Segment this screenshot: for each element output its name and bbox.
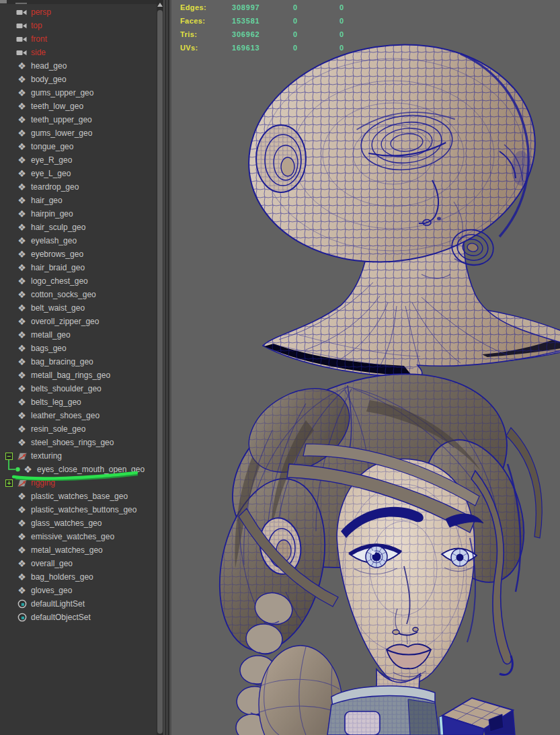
hud-label: Faces: <box>180 17 205 25</box>
outliner-item-glass_watches_geo[interactable]: ❖glass_watches_geo <box>0 516 163 530</box>
outliner-item-belt_waist_geo[interactable]: ❖belt_waist_geo <box>0 301 163 315</box>
hud-value: 153581 <box>232 17 260 25</box>
head-wireframe-grid <box>225 34 560 390</box>
outliner-item-label: bags_geo <box>31 344 67 353</box>
outliner-item-defaultObjectSet[interactable]: defaultObjectSet <box>0 611 163 624</box>
girl-head-wireframe-model[interactable] <box>205 341 543 735</box>
outliner-item-persp[interactable]: persp <box>0 5 163 19</box>
set-icon <box>16 599 28 609</box>
camera-icon <box>16 9 28 16</box>
outliner-item-bag_holders_geo[interactable]: ❖bag_holders_geo <box>0 570 163 584</box>
scroll-up-arrow[interactable] <box>157 3 163 7</box>
expand-box[interactable]: + <box>5 479 13 487</box>
outliner-item-label: gums_lower_geo <box>31 128 92 138</box>
mesh-icon: ❖ <box>16 61 28 71</box>
bald-head-wireframe-model[interactable] <box>225 24 560 390</box>
mesh-icon: ❖ <box>16 505 28 514</box>
outliner-item-tongue_geo[interactable]: ❖tongue_geo <box>0 140 163 153</box>
outliner-item-cotton_socks_geo[interactable]: ❖cotton_socks_geo <box>0 288 163 301</box>
outliner-menu-remnant <box>0 0 7 3</box>
outliner-item-texturing[interactable]: −texturing <box>0 449 163 463</box>
outliner-item-metal_watches_geo[interactable]: ❖metal_watches_geo <box>0 543 163 557</box>
hud-value: 306962 <box>232 30 260 38</box>
mesh-icon: ❖ <box>16 518 28 528</box>
outliner-item-eye_L_geo[interactable]: ❖eye_L_geo <box>0 167 163 180</box>
outliner-item-gums_upper_geo[interactable]: ❖gums_upper_geo <box>0 86 163 100</box>
mesh-icon: ❖ <box>16 115 28 124</box>
outliner-item-label: belts_leg_geo <box>31 397 81 407</box>
outliner-item-hair_braid_geo[interactable]: ❖hair_braid_geo <box>0 261 163 274</box>
scrollbar-thumb[interactable] <box>157 10 163 734</box>
outliner-item-label: resin_sole_geo <box>31 424 85 434</box>
outliner-item-belts_shoulder_geo[interactable]: ❖belts_shoulder_geo <box>0 382 163 395</box>
outliner-item-plastic_watches_buttons_geo[interactable]: ❖plastic_watches_buttons_geo <box>0 503 163 516</box>
outliner-item-eye_R_geo[interactable]: ❖eye_R_geo <box>0 153 163 167</box>
hud-value: 0 <box>339 30 344 38</box>
outliner-item-front[interactable]: front <box>0 32 163 46</box>
mesh-icon: ❖ <box>16 128 28 138</box>
outliner-item-rigging[interactable]: +rigging <box>0 476 163 490</box>
outliner-item-overall_geo[interactable]: ❖overall_geo <box>0 557 163 570</box>
outliner-item-overoll_zipper_geo[interactable]: ❖overoll_zipper_geo <box>0 315 163 328</box>
outliner-item-resin_sole_geo[interactable]: ❖resin_sole_geo <box>0 422 163 436</box>
outliner-item-hair_sculp_geo[interactable]: ❖hair_sculp_geo <box>0 221 163 234</box>
outliner-item-gloves_geo[interactable]: ❖gloves_geo <box>0 584 163 597</box>
outliner-item-metall_geo[interactable]: ❖metall_geo <box>0 328 163 342</box>
camera-icon <box>16 22 28 30</box>
outliner-item-metall_bag_rings_geo[interactable]: ❖metall_bag_rings_geo <box>0 369 163 382</box>
outliner-item-defaultLightSet[interactable]: defaultLightSet <box>0 597 163 611</box>
outliner-item-label: overall_geo <box>31 559 73 568</box>
outliner-item-body_geo[interactable]: ❖body_geo <box>0 73 163 86</box>
mesh-icon: ❖ <box>16 424 28 434</box>
outliner-scrollbar[interactable] <box>157 0 163 735</box>
outliner-item-teeth_upper_geo[interactable]: ❖teeth_upper_geo <box>0 113 163 126</box>
outliner-item-top[interactable]: top <box>0 19 163 32</box>
outliner-item-label: head_geo <box>31 61 67 71</box>
outliner-item-eyelash_geo[interactable]: ❖eyelash_geo <box>0 234 163 247</box>
mesh-icon: ❖ <box>16 371 28 380</box>
camera-icon <box>16 49 28 56</box>
outliner-item-plastic_watches_base_geo[interactable]: ❖plastic_watches_base_geo <box>0 490 163 503</box>
mesh-icon: ❖ <box>22 465 34 474</box>
outliner-item-label: teardrop_geo <box>31 182 79 192</box>
outliner-menu-dash <box>15 3 27 4</box>
outliner-item-label: gums_upper_geo <box>31 88 93 98</box>
outliner-item-eyebrows_geo[interactable]: ❖eyebrows_geo <box>0 247 163 261</box>
outliner-item-hairpin_geo[interactable]: ❖hairpin_geo <box>0 207 163 221</box>
viewport-canvas[interactable] <box>171 0 560 735</box>
outliner-item-label: hairpin_geo <box>31 209 73 219</box>
outliner-item-hair_geo[interactable]: ❖hair_geo <box>0 194 163 207</box>
outliner-item-bag_bracing_geo[interactable]: ❖bag_bracing_geo <box>0 355 163 369</box>
outliner-item-eyes_close_mouth_open_geo[interactable]: ❖eyes_close_mouth_open_geo <box>0 463 163 476</box>
mesh-icon: ❖ <box>16 223 28 232</box>
outliner-item-label: plastic_watches_base_geo <box>31 492 128 501</box>
outliner-item-bags_geo[interactable]: ❖bags_geo <box>0 342 163 355</box>
outliner-item-label: hair_braid_geo <box>31 263 85 272</box>
collar <box>327 686 439 735</box>
outliner-item-emissive_watches_geo[interactable]: ❖emissive_watches_geo <box>0 530 163 543</box>
outliner-item-label: leather_shoes_geo <box>31 411 99 420</box>
outliner-item-head_geo[interactable]: ❖head_geo <box>0 59 163 73</box>
mesh-icon: ❖ <box>16 196 28 205</box>
outliner-item-leather_shoes_geo[interactable]: ❖leather_shoes_geo <box>0 409 163 422</box>
hud-value: 0 <box>339 3 344 11</box>
outliner-item-label: belts_shoulder_geo <box>31 384 102 393</box>
outliner-item-teeth_low_geo[interactable]: ❖teeth_low_geo <box>0 100 163 113</box>
outliner-item-belts_leg_geo[interactable]: ❖belts_leg_geo <box>0 395 163 409</box>
panel-splitter[interactable] <box>163 0 171 735</box>
hud-label: UVs: <box>180 44 198 52</box>
outliner-item-gums_lower_geo[interactable]: ❖gums_lower_geo <box>0 126 163 140</box>
outliner-panel: persptopfrontside❖head_geo❖body_geo❖gums… <box>0 0 163 735</box>
mesh-icon: ❖ <box>16 559 28 568</box>
outliner-item-side[interactable]: side <box>0 46 163 59</box>
outliner-item-label: side <box>31 48 46 57</box>
outliner-item-logo_chest_geo[interactable]: ❖logo_chest_geo <box>0 274 163 288</box>
outliner-item-label: eyebrows_geo <box>31 249 83 259</box>
mesh-icon: ❖ <box>16 438 28 447</box>
outliner-item-teardrop_geo[interactable]: ❖teardrop_geo <box>0 180 163 194</box>
outliner-item-label: defaultObjectSet <box>31 613 91 622</box>
viewport-panel[interactable]: Edges:30899700Faces:15358100Tris:3069620… <box>171 0 560 735</box>
collapse-box[interactable]: − <box>5 453 13 460</box>
mesh-icon: ❖ <box>16 411 28 420</box>
outliner-item-steel_shoes_rings_geo[interactable]: ❖steel_shoes_rings_geo <box>0 436 163 449</box>
